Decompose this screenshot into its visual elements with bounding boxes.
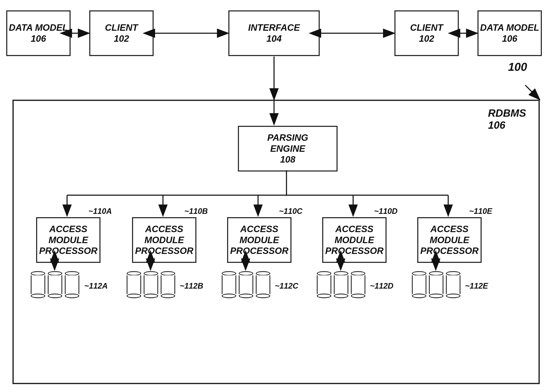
ref-110c: ~110C bbox=[279, 207, 302, 216]
client-right-label: CLIENT102 bbox=[410, 22, 443, 44]
db-group-d bbox=[317, 271, 365, 298]
cylinder-c2 bbox=[239, 271, 253, 298]
cylinder-d2 bbox=[334, 271, 348, 298]
amp-b-label: ACCESSMODULEPROCESSOR bbox=[135, 224, 193, 256]
cylinder-c1 bbox=[222, 271, 236, 298]
rdbms-container: RDBMS106 PARSINGENGINE108 ACCESSMODULEPR… bbox=[13, 100, 540, 384]
ref-112b: ~112B bbox=[180, 281, 203, 290]
parsing-engine-label: PARSINGENGINE108 bbox=[267, 132, 308, 165]
box-interface: INTERFACE104 bbox=[228, 10, 320, 56]
ref-110a: ~110A bbox=[88, 207, 112, 216]
cylinder-a3 bbox=[65, 271, 79, 298]
ref-112d: ~112D bbox=[370, 281, 393, 290]
cylinder-b1 bbox=[127, 271, 141, 298]
diagram-container: DATA MODEL106 CLIENT102 INTERFACE104 CLI… bbox=[0, 0, 552, 392]
cylinder-e1 bbox=[412, 271, 426, 298]
ref-112c: ~112C bbox=[275, 281, 298, 290]
box-client-right: CLIENT102 bbox=[394, 10, 459, 56]
box-amp-c: ACCESSMODULEPROCESSOR bbox=[227, 217, 292, 263]
box-amp-d: ACCESSMODULEPROCESSOR bbox=[322, 217, 387, 263]
cylinder-b2 bbox=[144, 271, 158, 298]
amp-e-label: ACCESSMODULEPROCESSOR bbox=[420, 224, 479, 256]
rdbms-label: RDBMS106 bbox=[488, 107, 526, 131]
ref-112e: ~112E bbox=[465, 281, 488, 290]
db-group-c bbox=[222, 271, 270, 298]
cylinder-d1 bbox=[317, 271, 331, 298]
db-group-e bbox=[412, 271, 461, 298]
box-parsing-engine: PARSINGENGINE108 bbox=[238, 126, 338, 171]
box-amp-a: ACCESSMODULEPROCESSOR bbox=[36, 217, 100, 263]
ref-110e: ~110E bbox=[469, 207, 492, 216]
box-amp-e: ACCESSMODULEPROCESSOR bbox=[417, 217, 482, 263]
db-group-a bbox=[31, 271, 79, 298]
data-model-left-label: DATA MODEL106 bbox=[9, 22, 68, 44]
amp-a-label: ACCESSMODULEPROCESSOR bbox=[39, 224, 97, 256]
cylinder-e3 bbox=[446, 271, 461, 298]
ref-100-label: 100 bbox=[508, 60, 527, 73]
ref-112a: ~112A bbox=[84, 281, 108, 290]
cylinder-d3 bbox=[351, 271, 365, 298]
ref-110d: ~110D bbox=[374, 207, 398, 216]
box-client-left: CLIENT102 bbox=[89, 10, 154, 56]
amp-c-label: ACCESSMODULEPROCESSOR bbox=[230, 224, 288, 256]
ref-110b: ~110B bbox=[184, 207, 208, 216]
cylinder-a2 bbox=[48, 271, 62, 298]
box-data-model-right: DATA MODEL106 bbox=[477, 10, 542, 56]
db-group-b bbox=[127, 271, 175, 298]
box-amp-b: ACCESSMODULEPROCESSOR bbox=[132, 217, 196, 263]
box-data-model-left: DATA MODEL106 bbox=[6, 10, 70, 56]
amp-d-label: ACCESSMODULEPROCESSOR bbox=[325, 224, 384, 256]
interface-label: INTERFACE104 bbox=[248, 22, 300, 44]
cylinder-c3 bbox=[256, 271, 270, 298]
cylinder-e2 bbox=[429, 271, 443, 298]
cylinder-b3 bbox=[161, 271, 175, 298]
data-model-right-label: DATA MODEL106 bbox=[480, 22, 539, 44]
client-left-label: CLIENT102 bbox=[105, 22, 138, 44]
svg-line-10 bbox=[525, 85, 540, 100]
cylinder-a1 bbox=[31, 271, 45, 298]
